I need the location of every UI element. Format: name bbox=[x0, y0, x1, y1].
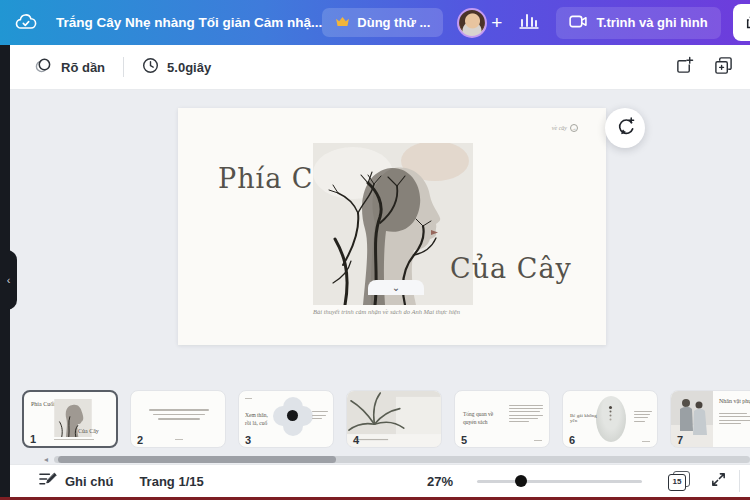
thumbnail-header-line bbox=[245, 398, 252, 399]
try-pro-button[interactable]: Dùng thử ... bbox=[322, 8, 443, 37]
thumbnail-title: Phía Cuối bbox=[31, 401, 55, 407]
scrollbar-thumb[interactable] bbox=[58, 456, 336, 463]
thumbnail-flower-graphic bbox=[273, 397, 313, 439]
canva-assistant-button[interactable] bbox=[605, 108, 645, 148]
video-camera-icon bbox=[569, 15, 588, 31]
zoom-slider[interactable] bbox=[477, 474, 642, 488]
thumbnail-title: Nhân vật phụ bbox=[719, 398, 750, 404]
thumbnail-number: 5 bbox=[461, 434, 467, 446]
slide-title-right[interactable]: Của Cây bbox=[450, 253, 572, 284]
crown-icon bbox=[335, 15, 350, 30]
thumbnail-footer-line bbox=[642, 441, 650, 442]
circled-arrow-icon: → bbox=[570, 124, 578, 132]
corner-note-text: về cây bbox=[552, 125, 567, 131]
scrollbar-track[interactable] bbox=[54, 456, 750, 463]
slide-thumbnail-2[interactable]: 2 bbox=[130, 390, 226, 448]
side-panel-rail: ‹ bbox=[0, 45, 10, 497]
zoom-slider-thumb[interactable] bbox=[515, 475, 527, 487]
slide-corner-note[interactable]: về cây → bbox=[552, 124, 578, 132]
present-and-record-button[interactable]: T.trình và ghi hình bbox=[556, 7, 720, 39]
expand-icon bbox=[710, 471, 727, 491]
canvas-area: về cây → Phía Cuối bbox=[0, 90, 750, 385]
duplicate-page-button[interactable] bbox=[711, 53, 736, 81]
add-page-icon bbox=[675, 56, 694, 78]
thumbnail-caption-line bbox=[54, 439, 94, 440]
cloud-save-status-icon bbox=[14, 11, 38, 35]
thumbnail-subtitle: Của Cây bbox=[78, 428, 99, 434]
add-page-button[interactable] bbox=[672, 53, 697, 81]
page-indicator: Trang 1/15 bbox=[139, 474, 203, 489]
slide-thumbnail-3[interactable]: Xem thân, rồi lá, cuố 3 bbox=[238, 390, 334, 448]
thumbnail-title: Bé gái không yên bbox=[570, 413, 604, 423]
slide-thumbnail-7[interactable]: Nhân vật phụ 7 bbox=[670, 390, 750, 448]
topbar: Trắng Cây Nhẹ nhàng Tối giản Cảm nhậ... … bbox=[0, 0, 750, 45]
try-pro-label: Dùng thử ... bbox=[357, 15, 430, 30]
slide-thumbnail-4[interactable]: 4 bbox=[346, 390, 442, 448]
slide-thumbnail-5[interactable]: Tổng quan về quyển sách 5 bbox=[454, 390, 550, 448]
page-count: 15 bbox=[668, 474, 686, 491]
slide-page[interactable]: về cây → Phía Cuối bbox=[178, 108, 606, 345]
thumbnail-footer-line bbox=[534, 440, 542, 441]
thumbnail-footer-line bbox=[175, 439, 183, 440]
collapse-toolbar-button[interactable]: ⌄ bbox=[368, 280, 424, 295]
share-button[interactable]: Chia bbox=[733, 4, 750, 41]
duration-label: 5.0giây bbox=[167, 60, 211, 75]
insights-button[interactable] bbox=[518, 12, 540, 33]
thumbnail-title: Xem thân, rồi lá, cuố bbox=[245, 411, 275, 428]
thumbnail-number: 1 bbox=[30, 433, 36, 445]
thumbnail-number: 2 bbox=[137, 434, 143, 446]
transition-button[interactable]: Rõ dần bbox=[26, 51, 113, 83]
thumbnail-text-lines bbox=[149, 409, 209, 420]
open-side-panel-button[interactable]: ‹ bbox=[0, 250, 17, 310]
status-bar: Ghi chú Trang 1/15 27% 15 bbox=[0, 464, 750, 497]
thumbnail-number: 7 bbox=[677, 434, 683, 446]
thumbnail-number: 4 bbox=[353, 434, 359, 446]
duration-button[interactable]: 5.0giây bbox=[134, 51, 219, 83]
filmstrip: Phía Cuối Của Cây 1 2 Xem thân, rồi lá, … bbox=[0, 385, 750, 455]
slide-thumbnail-6[interactable]: Bé gái không yên 6 bbox=[562, 390, 658, 448]
design-title[interactable]: Trắng Cây Nhẹ nhàng Tối giản Cảm nhậ... bbox=[56, 15, 322, 30]
thumbnail-number: 6 bbox=[569, 434, 575, 446]
transition-icon bbox=[34, 57, 53, 77]
notes-icon bbox=[38, 471, 57, 491]
user-avatar[interactable] bbox=[457, 8, 487, 38]
notes-label: Ghi chú bbox=[65, 474, 113, 489]
add-member-button[interactable]: + bbox=[491, 13, 502, 32]
zoom-slider-track bbox=[477, 480, 642, 483]
statusbar-divider bbox=[739, 470, 740, 492]
fullscreen-button[interactable] bbox=[710, 471, 727, 491]
chevron-down-icon: ⌄ bbox=[392, 282, 400, 293]
notes-button[interactable]: Ghi chú bbox=[38, 471, 113, 491]
page-toolbar: Rõ dần 5.0giây bbox=[0, 45, 750, 90]
grid-view-button[interactable]: 15 bbox=[668, 471, 690, 491]
thumbnail-text-lines bbox=[634, 411, 652, 422]
thumbnail-title: Tổng quan về quyển sách bbox=[463, 410, 497, 427]
assistant-icon bbox=[615, 116, 636, 140]
clock-icon bbox=[142, 57, 159, 77]
present-label: T.trình và ghi hình bbox=[596, 15, 707, 30]
share-icon bbox=[746, 13, 750, 32]
scroll-left-button[interactable]: ◂ bbox=[38, 455, 54, 464]
toolbar-divider bbox=[123, 57, 124, 77]
canva-editor: Trắng Cây Nhẹ nhàng Tối giản Cảm nhậ... … bbox=[0, 0, 750, 500]
thumbnail-number: 3 bbox=[245, 434, 251, 446]
thumbnail-figure bbox=[609, 406, 612, 409]
zoom-level: 27% bbox=[427, 474, 453, 489]
slide-caption[interactable]: Bài thuyết trình cảm nhận về sách do Anh… bbox=[313, 308, 493, 315]
slide-thumbnail-1[interactable]: Phía Cuối Của Cây 1 bbox=[22, 390, 118, 448]
thumbnail-photo bbox=[347, 391, 441, 448]
thumbnail-text-lines bbox=[509, 405, 543, 422]
chevron-left-icon: ‹ bbox=[7, 275, 11, 286]
transition-label: Rõ dần bbox=[61, 60, 105, 75]
bar-chart-icon bbox=[518, 12, 540, 33]
duplicate-page-icon bbox=[714, 56, 733, 78]
filmstrip-scrollbar: ◂ bbox=[0, 455, 750, 464]
thumbnail-text-lines bbox=[719, 413, 750, 424]
thumbnail-text-lines bbox=[312, 411, 328, 419]
